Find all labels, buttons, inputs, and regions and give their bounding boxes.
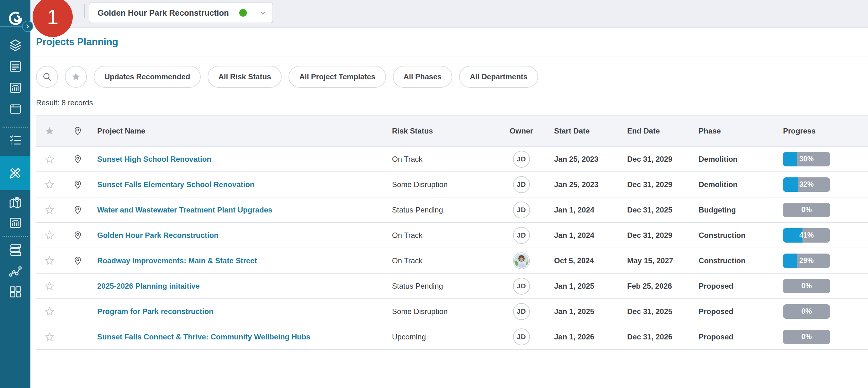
project-name-link[interactable]: Sunset Falls Connect & Thrive: Community…	[93, 332, 392, 341]
page-title: Projects Planning	[36, 36, 868, 47]
progress-percent-label: 29%	[783, 254, 830, 268]
column-header-progress[interactable]: Progress	[778, 127, 868, 135]
column-header-project-name[interactable]: Project Name	[93, 127, 392, 135]
phase-value: Proposed	[693, 332, 778, 341]
owner-avatar-initials[interactable]: JD	[513, 176, 530, 193]
row-star-icon[interactable]	[44, 230, 55, 241]
row-location-icon[interactable]	[73, 231, 83, 240]
filter-chip[interactable]: All Phases	[393, 66, 452, 88]
projects-table: Project Name Risk Status Owner Start Dat…	[36, 115, 868, 350]
sidebar-item-dashboard-icon[interactable]	[8, 80, 23, 95]
row-location-icon[interactable]	[73, 205, 83, 215]
progress-bar: 0%	[783, 279, 830, 293]
table-row: Sunset High School Renovation On Track J…	[36, 147, 868, 172]
owner-avatar-initials[interactable]: JD	[513, 151, 530, 168]
project-name-link[interactable]: 2025-2026 Planning initaitive	[93, 282, 392, 291]
project-name-link[interactable]: Sunset High School Renovation	[93, 155, 392, 164]
row-star-icon[interactable]	[44, 179, 55, 190]
owner-avatar-initials[interactable]: JD	[513, 328, 530, 345]
project-name-link[interactable]: Sunset Falls Elementary School Renovatio…	[93, 180, 392, 189]
project-name-link[interactable]: Roadway Improvements: Main & State Stree…	[93, 256, 392, 265]
filter-chip[interactable]: All Departments	[459, 66, 538, 88]
risk-status-value: Upcoming	[392, 332, 495, 341]
row-star-icon[interactable]	[44, 332, 55, 342]
column-header-owner[interactable]: Owner	[509, 127, 533, 135]
header-location-icon[interactable]	[73, 126, 83, 136]
end-date-value: Dec 31, 2025	[621, 205, 693, 214]
project-name-link[interactable]: Program for Park reconstruction	[93, 307, 392, 316]
owner-cell[interactable]: JD	[513, 201, 530, 219]
progress-percent-label: 0%	[783, 203, 830, 217]
header-star-icon[interactable]	[44, 126, 55, 136]
sidebar-item-layers-icon[interactable]	[8, 38, 23, 53]
table-row: Sunset Falls Connect & Thrive: Community…	[36, 324, 868, 350]
project-status-dot	[239, 9, 247, 17]
sidebar-item-planning-design-icon[interactable]	[8, 165, 23, 181]
owner-cell[interactable]: JD	[513, 227, 530, 244]
sidebar-item-map-icon[interactable]	[8, 196, 23, 211]
main-content: Projects Planning Updates RecommendedAll…	[30, 28, 868, 350]
owner-cell[interactable]: JD	[513, 328, 530, 345]
owner-avatar-photo[interactable]	[513, 252, 530, 269]
row-location-icon[interactable]	[73, 256, 83, 265]
phase-value: Construction	[693, 231, 778, 240]
owner-avatar-initials[interactable]: JD	[513, 303, 530, 320]
owner-cell[interactable]: JD	[513, 278, 530, 295]
owner-cell[interactable]: JD	[513, 176, 530, 193]
sidebar-item-analytics-icon[interactable]	[8, 216, 23, 230]
start-date-value: Jan 1, 2025	[547, 282, 621, 291]
end-date-value: Feb 25, 2026	[621, 282, 693, 291]
phase-value: Budgeting	[693, 205, 778, 214]
owner-cell[interactable]: JD	[513, 151, 530, 168]
annotation-number: 1	[47, 5, 59, 29]
sidebar-divider	[2, 127, 28, 128]
progress-cell: 0%	[778, 279, 868, 293]
project-selector[interactable]: Golden Hour Park Reconstruction	[89, 2, 273, 23]
column-header-phase[interactable]: Phase	[693, 127, 778, 135]
row-star-icon[interactable]	[44, 281, 55, 291]
project-name-link[interactable]: Water and Wastewater Treatment Plant Upg…	[93, 205, 392, 214]
filter-chip[interactable]: All Risk Status	[208, 66, 282, 88]
table-row: Water and Wastewater Treatment Plant Upg…	[36, 197, 868, 223]
sidebar-item-records-icon[interactable]	[8, 59, 23, 74]
row-star-icon[interactable]	[44, 306, 55, 317]
sidebar	[0, 0, 30, 388]
sidebar-item-insights-icon[interactable]	[8, 264, 23, 279]
progress-bar: 30%	[783, 152, 830, 166]
end-date-value: Dec 31, 2025	[621, 307, 693, 316]
row-star-icon[interactable]	[44, 255, 55, 266]
result-summary: Result: 8 records	[36, 98, 868, 107]
filter-chip[interactable]: All Project Templates	[288, 66, 386, 88]
sidebar-collapse-toggle[interactable]	[22, 21, 33, 32]
app-logo-icon[interactable]	[7, 10, 24, 27]
column-header-risk-status[interactable]: Risk Status	[392, 127, 495, 135]
filter-chip[interactable]: Updates Recommended	[94, 66, 201, 88]
column-header-end-date[interactable]: End Date	[621, 127, 693, 135]
progress-bar: 0%	[783, 330, 830, 344]
owner-cell[interactable]	[513, 252, 530, 269]
row-star-icon[interactable]	[44, 205, 55, 215]
end-date-value: Dec 31, 2029	[621, 231, 693, 240]
search-button[interactable]	[36, 66, 58, 88]
star-icon	[71, 72, 81, 82]
owner-avatar-initials[interactable]: JD	[513, 201, 530, 219]
sidebar-item-data-icon[interactable]	[8, 243, 23, 258]
start-date-value: Oct 5, 2024	[547, 256, 621, 265]
sidebar-item-tasks-icon[interactable]	[8, 133, 23, 148]
sidebar-item-apps-icon[interactable]	[8, 285, 23, 299]
owner-avatar-initials[interactable]: JD	[513, 278, 530, 295]
sidebar-item-window-icon[interactable]	[8, 102, 23, 116]
owner-cell[interactable]: JD	[513, 303, 530, 320]
column-header-start-date[interactable]: Start Date	[547, 127, 621, 135]
owner-avatar-initials[interactable]: JD	[513, 227, 530, 244]
chevron-down-icon[interactable]	[259, 9, 267, 17]
phase-value: Proposed	[693, 307, 778, 316]
risk-status-value: Some Disruption	[392, 180, 495, 189]
row-location-icon[interactable]	[73, 155, 83, 164]
row-location-icon[interactable]	[73, 180, 83, 189]
favorites-filter-button[interactable]	[65, 66, 87, 88]
table-body: Sunset High School Renovation On Track J…	[36, 147, 868, 350]
row-star-icon[interactable]	[44, 154, 55, 165]
risk-status-value: Status Pending	[392, 282, 495, 291]
project-name-link[interactable]: Golden Hour Park Reconstruction	[93, 231, 392, 240]
